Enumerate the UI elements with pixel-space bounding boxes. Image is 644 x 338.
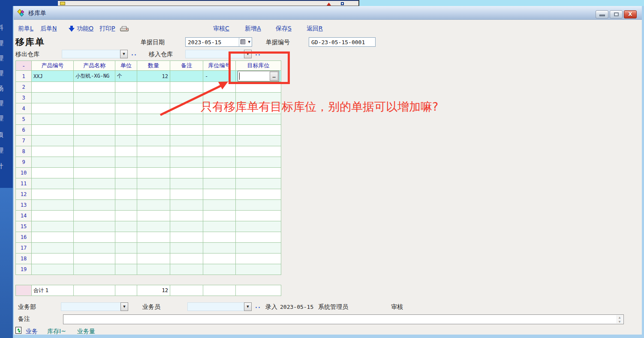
print-button[interactable]: 打印P [99, 25, 115, 33]
grid-cell[interactable] [32, 211, 74, 221]
row-number-cell[interactable]: 1 [16, 71, 32, 82]
grid-cell[interactable] [32, 157, 74, 168]
grid-cell[interactable] [74, 264, 115, 275]
sidebar-item[interactable]: 场 [0, 84, 12, 93]
grid-cell[interactable] [170, 200, 203, 211]
grid-cell[interactable] [203, 243, 236, 254]
grid-cell[interactable] [74, 103, 115, 114]
salesman-select[interactable]: ▼ [187, 302, 252, 311]
sidebar-item[interactable]: 理 [0, 39, 12, 48]
grid-cell[interactable] [32, 82, 74, 93]
grid-cell[interactable] [236, 200, 281, 211]
spinner-up-icon[interactable]: ▲ [619, 316, 621, 319]
grid-cell[interactable] [137, 243, 170, 254]
grid-cell[interactable] [236, 264, 281, 275]
grid-cell[interactable] [203, 200, 236, 211]
function-button[interactable]: 功能O [77, 25, 93, 33]
grid-cell[interactable] [115, 146, 137, 157]
grid-cell[interactable] [115, 178, 137, 189]
row-number-cell[interactable]: 6 [16, 125, 32, 136]
grid-cell[interactable] [203, 146, 236, 157]
grid-cell[interactable] [74, 93, 115, 103]
grid-cell[interactable] [236, 114, 281, 125]
grid-cell[interactable] [137, 221, 170, 232]
grid-cell[interactable] [203, 114, 236, 125]
grid-cell[interactable] [203, 125, 236, 136]
grid-cell[interactable] [236, 178, 281, 189]
spinner-down-icon[interactable]: ▼ [619, 320, 621, 323]
grid-cell[interactable] [115, 114, 137, 125]
grid-cell[interactable] [115, 243, 137, 254]
grid-cell[interactable] [74, 157, 115, 168]
in-warehouse-select[interactable]: ▼ [185, 50, 252, 58]
grid-cell[interactable] [170, 93, 203, 103]
row-number-cell[interactable]: 7 [16, 136, 32, 146]
restore-button[interactable] [610, 10, 623, 18]
grid-cell[interactable] [74, 189, 115, 200]
back-button[interactable]: 返回R [307, 25, 323, 33]
grid-cell[interactable] [32, 114, 74, 125]
row-number-cell[interactable]: 18 [16, 254, 32, 264]
grid-cell[interactable]: 12 [137, 71, 170, 82]
calendar-dropdown-button[interactable]: ▼ [239, 38, 252, 46]
grid-cell[interactable] [203, 103, 236, 114]
grid-cell[interactable] [170, 232, 203, 243]
grid-cell[interactable] [236, 103, 281, 114]
grid-cell[interactable] [170, 114, 203, 125]
grid-cell[interactable] [115, 136, 137, 146]
salesman-lookup-link[interactable]: .. [255, 303, 261, 309]
sidebar-item[interactable]: 计 [0, 162, 12, 170]
row-number-cell[interactable]: 17 [16, 243, 32, 254]
grid-cell[interactable] [74, 178, 115, 189]
refresh-doc-icon[interactable] [15, 327, 21, 334]
row-number-cell[interactable]: 19 [16, 264, 32, 275]
grid-cell[interactable]: XXJ [32, 71, 74, 82]
grid-cell[interactable] [236, 125, 281, 136]
grid-cell[interactable] [74, 146, 115, 157]
sidebar-item[interactable]: 理 [0, 54, 12, 63]
grid-cell[interactable] [170, 178, 203, 189]
grid-cell[interactable] [137, 168, 170, 178]
grid-cell[interactable] [236, 232, 281, 243]
next-doc-button[interactable]: 后单N [40, 25, 57, 33]
printer-icon[interactable] [120, 26, 129, 32]
sidebar-item[interactable]: 理 [0, 100, 12, 108]
grid-cell[interactable] [74, 232, 115, 243]
grid-cell[interactable] [32, 146, 74, 157]
grid-cell[interactable] [203, 136, 236, 146]
grid-cell[interactable] [203, 211, 236, 221]
grid-cell[interactable] [203, 264, 236, 275]
ellipsis-lookup-button[interactable]: … [270, 72, 278, 81]
grid-cell[interactable] [137, 114, 170, 125]
grid-cell[interactable] [137, 200, 170, 211]
in-warehouse-lookup-link[interactable]: .. [255, 50, 261, 57]
grid-cell[interactable] [137, 189, 170, 200]
grid-cell[interactable] [74, 243, 115, 254]
grid-cell[interactable] [170, 189, 203, 200]
grid-cell[interactable] [236, 93, 281, 103]
grid-cell[interactable] [203, 254, 236, 264]
row-number-cell[interactable]: 8 [16, 146, 32, 157]
sidebar-item[interactable]: 项 [0, 131, 12, 139]
grid-cell[interactable] [137, 211, 170, 221]
grid-cell[interactable] [170, 125, 203, 136]
grid-cell[interactable]: 小型机-XG-NG [74, 71, 115, 82]
grid-cell[interactable] [32, 136, 74, 146]
grid-cell[interactable] [203, 82, 236, 93]
sidebar-item[interactable]: 理 [0, 69, 12, 78]
save-button[interactable]: 保存S [276, 25, 292, 33]
grid-cell[interactable] [115, 93, 137, 103]
grid-cell[interactable] [32, 221, 74, 232]
row-number-cell[interactable]: 16 [16, 232, 32, 243]
grid-cell[interactable] [203, 168, 236, 178]
grid-cell[interactable] [236, 189, 281, 200]
grid-cell[interactable] [203, 157, 236, 168]
row-number-cell[interactable]: 4 [16, 103, 32, 114]
grid-cell[interactable] [115, 221, 137, 232]
row-number-cell[interactable]: 3 [16, 93, 32, 103]
grid-cell[interactable] [32, 93, 74, 103]
grid-cell[interactable] [115, 157, 137, 168]
grid-cell[interactable] [115, 211, 137, 221]
grid-cell[interactable] [74, 221, 115, 232]
minimize-button[interactable] [596, 10, 608, 18]
